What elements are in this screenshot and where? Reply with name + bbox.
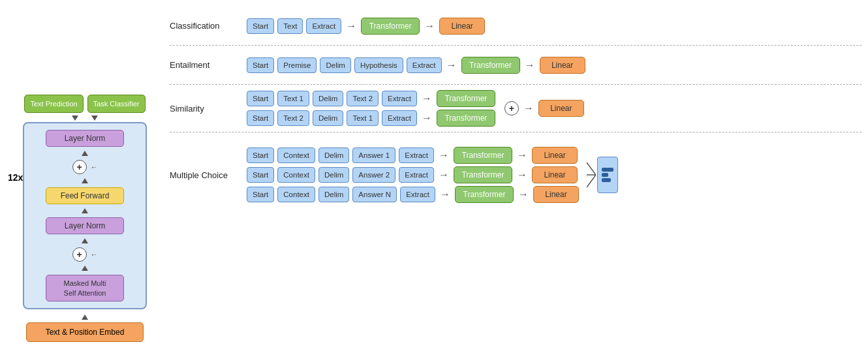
entailment-label: Entailment bbox=[170, 60, 241, 70]
add-row-2: + ← bbox=[72, 247, 98, 262]
mc1-start: Start bbox=[247, 147, 274, 163]
embed-box: Text & Position Embed bbox=[26, 322, 144, 342]
sim1-text1: Text 1 bbox=[277, 91, 309, 106]
sim-combine: + → Linear bbox=[504, 100, 584, 117]
task-classifier-box: Task Classifier bbox=[87, 95, 146, 113]
main-container: 12x Text Prediction Task Classifier Laye… bbox=[0, 0, 868, 355]
mcn-linear: Linear bbox=[533, 186, 579, 203]
mc2-transformer: Transformer bbox=[454, 166, 512, 183]
classification-label: Classification bbox=[170, 21, 241, 31]
sim2-transformer: Transformer bbox=[437, 110, 495, 127]
cls-arrow2: → bbox=[424, 20, 435, 32]
mc2-delim: Delim bbox=[318, 167, 349, 183]
cls-arrow1: → bbox=[346, 20, 356, 32]
mc1-context: Context bbox=[277, 147, 315, 163]
mc-row-n: Start Context Delim Answer N Extract → T… bbox=[247, 186, 579, 203]
mcn-extract: Extract bbox=[400, 187, 435, 202]
mc1-arrow: → bbox=[439, 149, 449, 161]
transformer-block: Layer Norm + ← Feed Forward Layer Norm +… bbox=[23, 122, 147, 309]
ent-arrow1: → bbox=[446, 59, 457, 71]
arrow-from-embed bbox=[82, 315, 88, 320]
similarity-row: Similarity Start Text 1 Delim Text 2 Ext… bbox=[170, 85, 861, 132]
layer-norm-bottom: Layer Norm bbox=[46, 217, 124, 234]
bar-1 bbox=[602, 168, 613, 172]
multiple-choice-row: Multiple Choice Start Context Delim Answ… bbox=[170, 132, 861, 217]
similarity-sequences: Start Text 1 Delim Text 2 Extract → Tran… bbox=[247, 90, 495, 127]
sim1-text2: Text 2 bbox=[347, 91, 379, 106]
mc-sequences: Start Context Delim Answer 1 Extract → T… bbox=[247, 147, 579, 203]
sim1-arrow: → bbox=[422, 93, 432, 104]
plus-1: + bbox=[72, 160, 87, 174]
arrow-up-2 bbox=[82, 178, 88, 183]
bar-3 bbox=[602, 178, 611, 182]
mc-connector-lines bbox=[587, 156, 596, 194]
mc1-delim: Delim bbox=[318, 147, 349, 163]
output-boxes: Text Prediction Task Classifier bbox=[24, 95, 145, 113]
ent-linear: Linear bbox=[540, 57, 585, 74]
sim1-delim: Delim bbox=[313, 91, 343, 106]
cls-text: Text bbox=[277, 18, 303, 34]
right-panel: Classification Start Text Extract → Tran… bbox=[170, 7, 861, 348]
softmax-group bbox=[587, 156, 618, 194]
mc2-start: Start bbox=[247, 167, 274, 183]
sim1-extract: Extract bbox=[382, 91, 417, 106]
mc2-linear: Linear bbox=[532, 166, 578, 183]
mc-row-2: Start Context Delim Answer 2 Extract → T… bbox=[247, 166, 579, 183]
arrow-up-5 bbox=[82, 266, 88, 271]
mcn-answern: Answer N bbox=[352, 187, 397, 202]
text-prediction-box: Text Prediction bbox=[24, 95, 83, 113]
feed-forward-box: Feed Forward bbox=[46, 187, 124, 204]
multiple-choice-label: Multiple Choice bbox=[170, 170, 241, 180]
mc2-extract: Extract bbox=[399, 167, 434, 183]
mcn-delim: Delim bbox=[318, 187, 349, 202]
entailment-pipeline: Start Premise Delim Hypothesis Extract →… bbox=[247, 57, 585, 74]
ent-arrow2: → bbox=[525, 59, 535, 71]
svg-line-0 bbox=[587, 162, 596, 175]
sim-row-1: Start Text 1 Delim Text 2 Extract → Tran… bbox=[247, 90, 495, 107]
mc1-arrow2: → bbox=[517, 149, 527, 161]
mc1-linear: Linear bbox=[532, 147, 578, 164]
ent-premise: Premise bbox=[277, 57, 317, 73]
similarity-label: Similarity bbox=[170, 104, 241, 114]
left-panel: 12x Text Prediction Task Classifier Laye… bbox=[7, 7, 163, 348]
arrow-to-text-pred bbox=[72, 116, 78, 121]
masked-attention-box: Masked MultiSelf Attention bbox=[46, 275, 124, 301]
cls-extract: Extract bbox=[306, 18, 341, 34]
mc1-answer1: Answer 1 bbox=[352, 147, 395, 163]
mc-row-1: Start Context Delim Answer 1 Extract → T… bbox=[247, 147, 579, 164]
mcn-arrow2: → bbox=[518, 189, 529, 200]
softmax-bars bbox=[597, 157, 618, 193]
mcn-start: Start bbox=[247, 187, 274, 202]
sim2-text2: Text 2 bbox=[277, 110, 309, 126]
mcn-context: Context bbox=[277, 187, 315, 202]
sim2-extract: Extract bbox=[382, 110, 417, 126]
ent-delim: Delim bbox=[320, 57, 350, 73]
sim2-start: Start bbox=[247, 110, 274, 126]
sim-row-2: Start Text 2 Delim Text 1 Extract → Tran… bbox=[247, 110, 495, 127]
repeat-label: 12x bbox=[8, 172, 23, 183]
cls-start: Start bbox=[247, 18, 274, 34]
sim1-start: Start bbox=[247, 91, 274, 106]
mcn-arrow: → bbox=[440, 189, 450, 200]
layer-norm-top: Layer Norm bbox=[46, 130, 124, 147]
mc2-answer2: Answer 2 bbox=[352, 167, 395, 183]
bar-2 bbox=[602, 173, 608, 177]
classification-row: Classification Start Text Extract → Tran… bbox=[170, 7, 861, 46]
sim2-delim: Delim bbox=[313, 110, 343, 126]
mc2-arrow2: → bbox=[517, 169, 527, 181]
sim-plus: + bbox=[504, 101, 519, 116]
sim-arrow-linear: → bbox=[523, 102, 534, 114]
add-row-1: + ← bbox=[72, 160, 98, 174]
ent-transformer: Transformer bbox=[461, 57, 520, 74]
arrow-up-3 bbox=[82, 208, 88, 213]
sim1-transformer: Transformer bbox=[437, 90, 495, 107]
mcn-transformer: Transformer bbox=[455, 186, 514, 203]
mc2-context: Context bbox=[277, 167, 315, 183]
plus-2: + bbox=[72, 247, 87, 262]
sim-linear: Linear bbox=[538, 100, 584, 117]
svg-line-2 bbox=[587, 175, 596, 187]
mc2-arrow: → bbox=[439, 169, 449, 181]
sim2-arrow: → bbox=[422, 112, 432, 124]
ent-hypothesis: Hypothesis bbox=[354, 57, 403, 73]
ent-extract: Extract bbox=[407, 57, 442, 73]
